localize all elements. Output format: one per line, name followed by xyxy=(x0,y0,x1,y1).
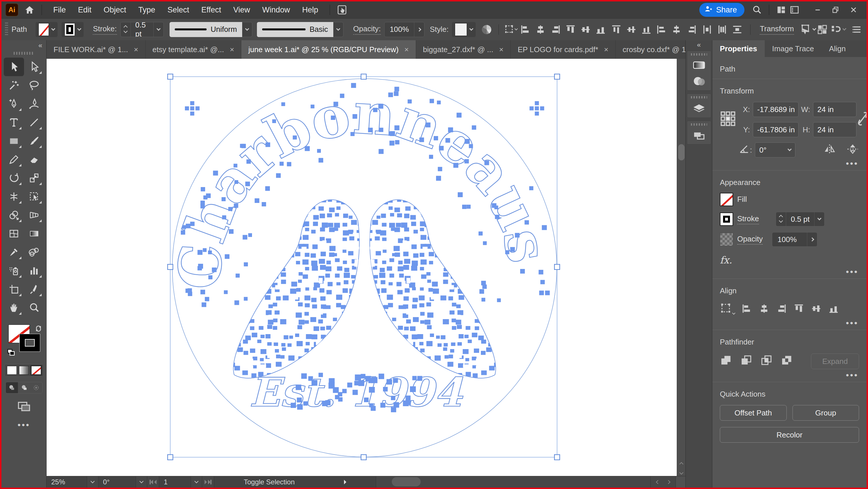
flip-vertical-icon[interactable] xyxy=(846,143,859,157)
touch-workspace-icon[interactable] xyxy=(335,3,349,16)
restore-button[interactable] xyxy=(827,3,844,17)
align-top-icon[interactable] xyxy=(564,23,577,36)
pathfinder-minus-front-icon[interactable] xyxy=(740,354,752,369)
gradient-tool-icon[interactable] xyxy=(24,224,44,243)
illustrator-logo[interactable]: Ai xyxy=(5,3,18,16)
control-bar-grip[interactable] xyxy=(5,23,8,36)
menu-edit[interactable]: Edit xyxy=(72,5,98,15)
line-tool-icon[interactable] xyxy=(24,113,44,132)
isolate-selection-icon[interactable] xyxy=(798,22,811,37)
dist-vcenter-icon[interactable] xyxy=(625,23,638,36)
horizontal-scrollbar-thumb[interactable] xyxy=(392,477,421,486)
menu-type[interactable]: Type xyxy=(132,5,161,15)
tab-properties[interactable]: Properties xyxy=(712,40,765,57)
opacity-field[interactable]: 100% xyxy=(384,22,425,37)
first-artboard-icon[interactable] xyxy=(150,478,153,486)
draw-behind-button[interactable] xyxy=(18,382,30,393)
swap-fill-stroke-icon[interactable] xyxy=(34,324,42,335)
transform-more-options[interactable]: ••• xyxy=(720,162,859,165)
magic-wand-tool-icon[interactable] xyxy=(4,76,24,95)
pathfinder-exclude-icon[interactable] xyxy=(781,354,793,369)
align-hcenter-icon[interactable] xyxy=(534,23,547,36)
document-tab-3[interactable]: june week 1.ai* @ 25 % (RGB/CPU Preview)… xyxy=(241,40,416,59)
rotation-field[interactable]: 0° xyxy=(98,476,136,488)
minimize-button[interactable] xyxy=(809,3,827,17)
fx-button[interactable]: fx. xyxy=(720,254,859,266)
document-tab-2[interactable]: etsy template.ai* @...× xyxy=(146,40,242,59)
workspace-switcher-icon[interactable] xyxy=(788,3,801,16)
arrange-documents-icon[interactable] xyxy=(775,3,788,16)
y-field[interactable]: -61.7806 in xyxy=(753,122,799,137)
pencil-tool-icon[interactable] xyxy=(4,150,24,169)
align-hcenter-icon[interactable] xyxy=(758,303,770,316)
next-artboard-icon[interactable] xyxy=(205,478,207,486)
space-h2-icon[interactable] xyxy=(715,23,729,36)
opacity-value[interactable]: 100% xyxy=(384,25,414,34)
prev-artboard-icon[interactable] xyxy=(154,478,157,486)
menu-select[interactable]: Select xyxy=(161,5,195,15)
symbol-sprayer-tool-icon[interactable] xyxy=(4,261,24,280)
pathfinder-intersect-icon[interactable] xyxy=(761,354,773,369)
brush-chevron[interactable] xyxy=(333,22,343,37)
dist-bottom-icon[interactable] xyxy=(640,23,653,36)
align-to-selection-icon[interactable] xyxy=(720,302,735,317)
zoom-level-field[interactable]: 25% xyxy=(46,476,87,488)
vertical-scrollbar[interactable] xyxy=(677,59,685,476)
h-field[interactable]: 24 in xyxy=(813,122,857,137)
stroke-weight-field[interactable]: 0.5 pt xyxy=(120,22,164,37)
menu-effect[interactable]: Effect xyxy=(195,5,227,15)
scale-tool-icon[interactable] xyxy=(24,169,44,187)
eyedropper-tool-icon[interactable] xyxy=(4,243,24,261)
artboard-chevron[interactable] xyxy=(191,476,202,488)
tab-close-icon[interactable]: × xyxy=(230,45,234,54)
group-button[interactable]: Group xyxy=(793,405,859,421)
canvas[interactable]: CharbonneausEst. 1994 xyxy=(46,59,685,476)
color-button[interactable] xyxy=(7,366,17,375)
dist-top-icon[interactable] xyxy=(610,23,623,36)
appearance-opacity-link[interactable]: Opacity xyxy=(737,234,763,244)
w-field[interactable]: 24 in xyxy=(813,102,857,117)
rotation-angle-select[interactable]: 0° xyxy=(755,142,795,157)
space-h-icon[interactable] xyxy=(701,23,714,36)
dist-left-icon[interactable] xyxy=(655,23,668,36)
vertical-scrollbar-thumb[interactable] xyxy=(678,144,685,161)
document-tab-4[interactable]: biggate_27.dxf* @ ...× xyxy=(416,40,511,59)
scroll-right-icon[interactable] xyxy=(666,480,671,484)
appearance-more-options[interactable]: ••• xyxy=(720,270,859,273)
artboard-tool-icon[interactable] xyxy=(4,280,24,298)
type-tool-icon[interactable] xyxy=(4,113,24,132)
stroke-color-dropdown[interactable] xyxy=(62,22,84,37)
zoom-tool-icon[interactable] xyxy=(24,298,44,317)
opacity-link[interactable]: Opacity: xyxy=(353,24,381,35)
menu-file[interactable]: File xyxy=(47,5,72,15)
search-icon[interactable] xyxy=(750,3,764,16)
artboard-number-field[interactable]: 1 xyxy=(159,476,191,488)
profile-chevron[interactable] xyxy=(242,22,252,37)
last-artboard-icon[interactable] xyxy=(208,478,212,486)
tab-align[interactable]: Align xyxy=(822,40,853,57)
scroll-left-icon[interactable] xyxy=(656,480,660,484)
align-left-icon[interactable] xyxy=(519,23,532,36)
tab-close-icon[interactable]: × xyxy=(604,45,609,54)
lasso-tool-icon[interactable] xyxy=(24,76,44,95)
align-bottom-icon[interactable] xyxy=(594,23,607,36)
edit-toolbar-icon[interactable]: ••• xyxy=(18,424,30,427)
align-vcenter-icon[interactable] xyxy=(579,23,592,36)
align-vcenter-icon[interactable] xyxy=(811,303,822,316)
pathfinder-unite-icon[interactable] xyxy=(720,354,732,369)
dist-right-icon[interactable] xyxy=(685,23,698,36)
x-field[interactable]: -17.8689 in xyxy=(753,102,799,117)
scroll-down-icon[interactable] xyxy=(679,470,683,474)
free-transform-tool-icon[interactable] xyxy=(24,187,44,206)
document-tab-5[interactable]: EP LOGO for cards.pdf*× xyxy=(511,40,616,59)
status-display-field[interactable]: Toggle Selection xyxy=(214,476,376,488)
screen-mode-icon[interactable] xyxy=(18,401,31,414)
align-more-options[interactable]: ••• xyxy=(720,322,859,324)
align-top-icon[interactable] xyxy=(793,303,804,316)
transform-link[interactable]: Transform xyxy=(760,24,794,35)
column-graph-tool-icon[interactable] xyxy=(24,261,44,280)
scroll-up-icon[interactable] xyxy=(679,462,683,466)
align-right-icon[interactable] xyxy=(549,23,562,36)
share-button[interactable]: Share xyxy=(699,3,744,17)
direct-selection-tool-icon[interactable] xyxy=(24,58,44,76)
